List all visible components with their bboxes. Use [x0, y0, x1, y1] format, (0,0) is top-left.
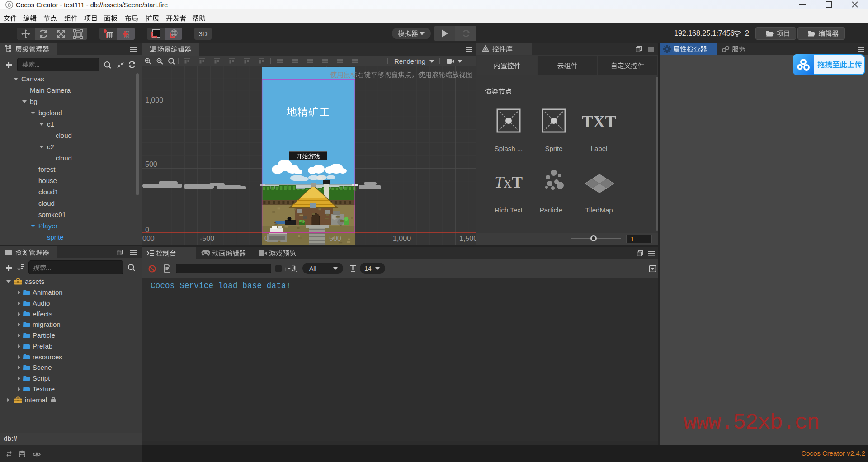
svg-text:1,000: 1,000 — [393, 235, 411, 242]
svg-text:0: 0 — [145, 226, 149, 234]
svg-text:1,500: 1,500 — [459, 235, 476, 242]
svg-text:-500: -500 — [200, 235, 214, 242]
svg-text:0: 0 — [264, 235, 269, 242]
svg-text:500: 500 — [329, 235, 341, 242]
svg-text:500: 500 — [145, 160, 157, 168]
svg-text:1,000: 1,000 — [145, 96, 163, 104]
svg-text:000: 000 — [142, 235, 155, 242]
